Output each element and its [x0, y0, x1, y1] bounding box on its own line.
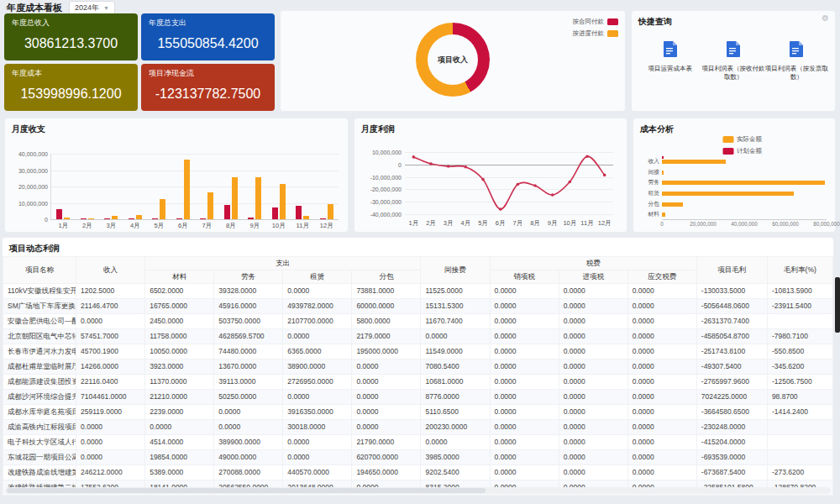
year-select-value: 2024年 [75, 3, 99, 13]
table-row[interactable]: 成渝高铁内江标段项目0.00000.00000.000030018.00000.… [3, 420, 833, 435]
value-cell: 0.0000 [490, 284, 559, 299]
quick-query-item[interactable]: 项目运营成本表 [638, 41, 701, 81]
value-cell: 7104461.0000 [76, 390, 145, 405]
kpi-card[interactable]: 年度总支出155050854.4200 [141, 13, 275, 60]
vertical-scrollbar-thumb[interactable] [835, 277, 840, 333]
value-cell: -273.6200 [767, 465, 832, 480]
value-cell: 30018.0000 [283, 420, 352, 435]
value-cell: -251743.8100 [696, 344, 767, 360]
project-name-cell: 东城花园一期项目公寓大堂 装饰工 [3, 450, 76, 465]
x-axis-tick: 5月 [154, 222, 164, 230]
value-cell: 0.0000 [627, 299, 696, 314]
value-cell: 200230.0000 [421, 420, 490, 435]
category-label: 租赁 [648, 189, 659, 197]
value-cell: 194650.0000 [352, 465, 421, 480]
value-cell: 49000.0000 [214, 450, 283, 465]
legend-item[interactable]: 实际金额 [722, 135, 762, 144]
table-row[interactable]: 电子科技大学区域人行道及非机动0.00004514.0000389900.000… [3, 435, 833, 450]
value-cell: -10813.5900 [767, 284, 832, 299]
table-row[interactable]: 110kV安徽线程集安开断线路工程1202.50006502.000039328… [3, 284, 833, 299]
value-cell: 389900.0000 [214, 435, 283, 450]
table-row[interactable]: 长春市伊通河水力发电厂改建工程45700.190010050.000074480… [3, 344, 833, 360]
table-row[interactable]: 安徽合肥供电公司—配电设备检修0.00002450.0000503750.000… [3, 314, 833, 329]
legend-item[interactable]: 计划金额 [722, 147, 762, 155]
value-cell: 6502.0000 [145, 284, 214, 299]
value-cell: 3923.0000 [145, 360, 214, 375]
bar-orange-series [112, 216, 118, 219]
value-cell: 4514.0000 [145, 435, 214, 450]
value-cell: 0.0000 [559, 435, 627, 450]
gridline [51, 154, 339, 155]
horizontal-scrollbar-thumb[interactable] [7, 488, 486, 493]
y-axis-tick: 40,000,000 [18, 151, 48, 157]
value-cell: 0.0000 [559, 465, 627, 480]
gear-icon[interactable]: ⚙ [822, 13, 829, 23]
table-row[interactable]: 成都水库华庭名苑项目一标段259119.00002239.00000.00003… [3, 405, 833, 420]
value-cell: 57451.7000 [76, 329, 145, 344]
monthly-profit-chart: 10,000,0000-10,000,000-20,000,000-30,000… [405, 152, 613, 214]
legend-item[interactable]: 按合同付款 [573, 18, 619, 26]
value-cell: -23911.5400 [767, 299, 832, 314]
kpi-card[interactable]: 年度总收入30861213.3700 [4, 13, 138, 60]
year-select[interactable]: 2024年 ▼ [69, 1, 115, 15]
value-cell: 0.0000 [490, 329, 559, 344]
table-row[interactable]: SM广场地下车库更换摄像机及硬21146.470016765.000045916… [3, 299, 833, 314]
bar-orange-series [88, 218, 94, 219]
x-axis-tick: 2月 [426, 219, 436, 228]
value-cell: 0.0000 [559, 390, 627, 405]
value-cell: 0.0000 [490, 465, 559, 480]
project-profit-table: 项目名称 收入 支出 间接费 税费 项目毛利 毛利率(%) 材料劳务租赁分包销项… [3, 256, 833, 496]
kpi-card[interactable]: 年度成本153998996.1200 [4, 64, 138, 111]
kpi-value: 155050854.4200 [149, 36, 267, 51]
value-cell: 0.0000 [421, 329, 490, 344]
x-axis-tick: 11月 [297, 222, 309, 230]
value-cell: 10681.0000 [421, 375, 490, 390]
category-label: 分包 [648, 200, 659, 208]
y-axis-tick: 20,000,000 [18, 184, 48, 190]
cost-analysis-title: 成本分析 [633, 118, 835, 137]
value-cell: 4939782.0000 [283, 299, 352, 314]
table-row[interactable]: 成都沙河环境综合提升改造运河系7104461.000021210.0000502… [3, 390, 833, 405]
x-axis-tick: 8月 [530, 219, 540, 228]
value-cell [767, 314, 832, 329]
value-cell: -5056448.0600 [696, 299, 767, 314]
project-name-cell: 成都水库华庭名苑项目一标段 [3, 405, 76, 420]
value-cell: 50250.0000 [214, 390, 283, 405]
value-cell: 0.0000 [627, 390, 696, 405]
value-cell: 45916.0000 [214, 299, 283, 314]
hbar-计划金额 [662, 156, 664, 159]
value-cell: 2107700.0000 [283, 314, 352, 329]
legend-item[interactable]: 按进度付款 [573, 29, 619, 38]
table-row[interactable]: 改建铁路成渝线增建第二直通线（246212.00005389.000027008… [3, 465, 833, 480]
value-cell: 74480.0000 [214, 344, 283, 360]
hbar-实际金额 [662, 202, 683, 207]
project-name-cell: 110kV安徽线程集安开断线路工程 [3, 284, 76, 299]
value-cell: 11525.0000 [421, 284, 490, 299]
value-cell: 0.0000 [283, 450, 352, 465]
table-row[interactable]: 东城花园一期项目公寓大堂 装饰工0.000019854.000049000.00… [3, 450, 833, 465]
project-name-cell: 成都能源建设集团投资有限公司验 [3, 375, 76, 390]
value-cell: 0.0000 [627, 284, 696, 299]
value-cell: 195000.0000 [352, 344, 421, 360]
bar-red-series [296, 206, 302, 219]
value-cell: 5389.0000 [145, 465, 214, 480]
quick-query-item[interactable]: 项目利润表（按发票取数） [765, 41, 828, 81]
table-row[interactable]: 成都杜甫草堂临时展厅独立展相务14266.00003923.000013670.… [3, 360, 833, 375]
legend-color-chip [607, 18, 618, 25]
value-cell: 0.0000 [490, 390, 559, 405]
x-axis-tick: 4月 [130, 222, 140, 230]
value-cell: 21210.0000 [145, 390, 214, 405]
value-cell: 10050.0000 [145, 344, 214, 360]
table-row[interactable]: 北京朝阳区电气中芯特气系统之G57451.700011758.000046285… [3, 329, 833, 344]
value-cell: 3916350.0000 [283, 405, 352, 420]
kpi-card[interactable]: 项目净现金流-123137782.7500 [141, 64, 275, 111]
project-name-cell: 安徽合肥供电公司—配电设备检修 [3, 314, 76, 329]
value-cell: 246212.0000 [76, 465, 145, 480]
quick-query-item-label: 项目利润表（按发票取数） [765, 65, 828, 81]
table-row[interactable]: 成都能源建设集团投资有限公司验22116.040011370.000039113… [3, 375, 833, 390]
quick-query-item[interactable]: 项目利润表（按收付款取数） [701, 41, 764, 81]
table-header: 项目名称 收入 支出 间接费 税费 项目毛利 毛利率(%) 材料劳务租赁分包销项… [3, 257, 833, 284]
horizontal-scrollbar[interactable] [5, 487, 831, 494]
gridline [51, 171, 339, 171]
legend-color-chip [722, 136, 733, 143]
